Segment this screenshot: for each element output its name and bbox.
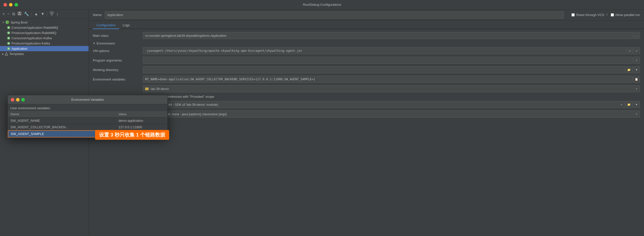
tab-logs[interactable]: Logs [119, 22, 133, 29]
module-dropdown-label: lab-39-demo [151, 87, 169, 91]
working-dir-input[interactable] [143, 66, 625, 73]
tab-configuration[interactable]: Configuration [93, 22, 119, 29]
tree-item-application-label: Application [12, 47, 28, 50]
tree-item-consumer-rabbitmq-label: ConsumerApplication-RabbitMQ [12, 26, 58, 30]
annotation-popup: 设置 3 秒只收集 1 个链路数据 [95, 130, 169, 140]
tree-arrow-springboot: ▼ [2, 21, 5, 24]
vm-options-add-button[interactable]: + [627, 47, 632, 54]
top-options: Share through VCS ? Allow parallel run [571, 13, 640, 17]
env-row-value-1: 127.0.0.1:11800 [116, 124, 167, 131]
program-args-label: Program arguments: [93, 58, 143, 62]
copy-config-button[interactable]: ⧉ [12, 12, 16, 16]
window-controls[interactable] [4, 3, 18, 6]
env-vars-edit-button[interactable]: 📋 [633, 76, 640, 83]
working-dir-expand-button[interactable]: ▼ [633, 66, 640, 73]
tree-group-springboot[interactable]: ▼ 🌿 Spring Boot [0, 20, 89, 25]
tree-arrow-templates: ▶ [2, 52, 4, 55]
program-args-row: Program arguments: ⤢ [93, 57, 640, 64]
run-icon-consumer-rabbitmq [7, 26, 10, 29]
tree-item-producer-kafka-label: ProducerApplication-Kafka [12, 42, 50, 45]
move-up-button[interactable]: ▲ [34, 12, 39, 16]
env-popup-controls[interactable] [11, 98, 25, 102]
vm-options-label: VM options: [93, 49, 143, 53]
left-toolbar: + − ⧉ 🔧 ▲ ▼ ↕ [0, 10, 89, 18]
name-input[interactable] [105, 12, 564, 18]
remove-config-button[interactable]: − [7, 12, 10, 16]
right-panel: Name: Share through VCS ? Allow parallel… [89, 10, 644, 236]
environment-section-header[interactable]: ▼ Environment [93, 42, 640, 45]
vm-options-expand-button[interactable]: ⤢ [633, 47, 640, 54]
allow-parallel-label[interactable]: Allow parallel run [611, 13, 640, 17]
vm-options-row: VM options: + ⤢ [93, 47, 640, 54]
share-button[interactable] [49, 12, 54, 16]
settings-button[interactable]: 🔧 [24, 12, 30, 16]
include-deps-row: Include dependencies with "Provided" sco… [93, 95, 640, 98]
share-vcs-text: Share through VCS [576, 13, 604, 17]
main-class-row: Main class: ... [93, 32, 640, 39]
jdk-browse-button[interactable]: 📁 [625, 101, 632, 108]
annotation-text: 设置 3 秒只收集 1 个链路数据 [99, 132, 165, 138]
env-col-value: Value [116, 111, 167, 118]
share-vcs-checkbox[interactable] [571, 13, 575, 16]
toolbar-separator [32, 12, 32, 16]
run-icon-application [7, 47, 10, 50]
move-down-button[interactable]: ▼ [40, 12, 45, 16]
shorten-cl-dropdown[interactable]: user-local-default: none - java [options… [143, 110, 640, 118]
env-table-header: Name Value [8, 111, 167, 118]
module-dropdown-arrow: ▼ [635, 88, 638, 90]
program-args-input[interactable] [143, 57, 632, 64]
user-env-label: User environment variables: [10, 106, 51, 110]
main-class-label: Main class: [93, 34, 143, 38]
add-config-button[interactable]: + [2, 12, 5, 16]
tree-item-consumer-kafka[interactable]: ConsumerApplication-Kafka [0, 36, 89, 41]
env-vars-input[interactable] [143, 76, 632, 83]
svg-rect-3 [50, 12, 52, 13]
folder-icon [145, 88, 149, 90]
env-popup-title: Environment Variables [71, 98, 104, 102]
jdk-expand-button[interactable]: ▼ [633, 101, 640, 108]
module-dropdown-content: lab-39-demo [145, 87, 169, 91]
allow-parallel-text: Allow parallel run [615, 13, 640, 17]
table-row[interactable]: SW_AGENT_COLLECTOR_BACKEN... 127.0.0.1:1… [8, 124, 167, 131]
module-dropdown[interactable]: lab-39-demo ▼ [143, 85, 640, 92]
title-bar: Run/Debug Configurations [0, 0, 644, 10]
env-popup-min-button[interactable] [16, 98, 20, 102]
tree-item-producer-rabbitmq[interactable]: ProducerApplication-RabbitMQ [0, 30, 89, 36]
tab-configuration-label: Configuration [96, 23, 116, 27]
tree-item-producer-rabbitmq-label: ProducerApplication-RabbitMQ [12, 31, 56, 35]
env-popup-titlebar: Environment Variables [8, 95, 167, 104]
vm-options-input[interactable] [143, 47, 626, 54]
tree-group-springboot-label: Spring Boot [11, 20, 28, 24]
svg-rect-4 [52, 12, 54, 13]
allow-parallel-checkbox[interactable] [611, 13, 614, 16]
module-row: lab-39-demo ▼ [93, 85, 640, 92]
tree-item-producer-kafka[interactable]: ProducerApplication-Kafka [0, 41, 89, 46]
env-section-arrow: ▼ [93, 42, 95, 45]
env-popup-close-button[interactable] [11, 98, 14, 102]
share-vcs-label[interactable]: Share through VCS ? [571, 13, 608, 17]
env-col-name: Name [8, 111, 116, 118]
maximize-button[interactable] [15, 3, 18, 6]
tree-item-consumer-rabbitmq[interactable]: ConsumerApplication-RabbitMQ [0, 25, 89, 30]
springboot-icon: 🌿 [5, 20, 9, 24]
sort-button[interactable]: ↕ [56, 12, 59, 16]
jdk-dropdown-arrow: ▼ [620, 103, 623, 106]
jdk-dropdown[interactable]: Default (1.8.0_144 - SDK of 'lab-39-demo… [143, 101, 625, 108]
env-popup-max-button[interactable] [21, 98, 25, 102]
env-row-name-0: SW_AGENT_NAME [8, 118, 116, 124]
environment-section-label: Environment [97, 42, 115, 45]
close-button[interactable] [4, 3, 7, 6]
main-class-browse-button[interactable]: ... [634, 32, 640, 39]
tree-item-templates[interactable]: ▶ Templates [0, 51, 89, 56]
working-dir-browse-button[interactable]: 📁 [625, 66, 632, 73]
save-config-button[interactable] [17, 12, 22, 16]
main-class-input[interactable] [143, 32, 633, 39]
program-args-expand-button[interactable]: ⤢ [633, 57, 640, 64]
tree-item-consumer-kafka-label: ConsumerApplication-Kafka [12, 36, 52, 40]
working-dir-row: Working directory: 📁 ▼ [93, 66, 640, 73]
minimize-button[interactable] [9, 3, 13, 6]
tree-item-application[interactable]: Application [0, 46, 89, 51]
table-row[interactable]: SW_AGENT_NAME demo-application [8, 118, 167, 124]
name-bar: Name: Share through VCS ? Allow parallel… [89, 10, 644, 20]
svg-rect-5 [51, 14, 53, 15]
